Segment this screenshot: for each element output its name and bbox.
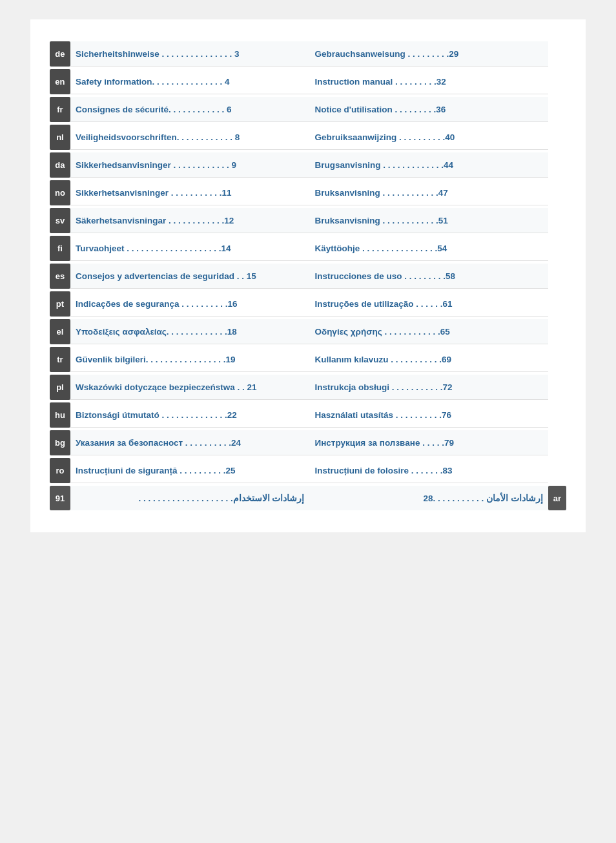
lang-code: tr xyxy=(50,347,70,372)
lang-code: ro xyxy=(50,458,70,483)
lang-code: de xyxy=(50,41,70,67)
table-row: bg Указания за безопасност . . . . . . .… xyxy=(50,430,566,455)
entry-left: Güvenlik bilgileri. . . . . . . . . . . … xyxy=(70,347,310,372)
entry-text: Instruções de utilização . . . . . .61 xyxy=(314,299,452,309)
lang-code: fi xyxy=(50,236,70,261)
table-row: pt Indicações de segurança . . . . . . .… xyxy=(50,291,566,317)
entry-text: Safety information. . . . . . . . . . . … xyxy=(76,77,230,87)
lang-code: pt xyxy=(50,291,70,317)
entry-text: Instruction manual . . . . . . . . .32 xyxy=(314,77,446,87)
entry-left: Consignes de sécurité. . . . . . . . . .… xyxy=(70,97,310,122)
entry-left: Sikkerhetsanvisninger . . . . . . . . . … xyxy=(70,180,310,205)
entry-text: Használati utasítás . . . . . . . . . .7… xyxy=(314,410,451,420)
entry-text: Υποδείξεις ασφαλείας. . . . . . . . . . … xyxy=(76,327,237,337)
table-row: sv Säkerhetsanvisningar . . . . . . . . … xyxy=(50,208,566,233)
entry-right: Инструкция за ползване . . . . .79 xyxy=(309,430,548,455)
entry-left: Consejos y advertencias de seguridad . .… xyxy=(70,264,310,289)
entry-right: Instrukcja obsługi . . . . . . . . . . .… xyxy=(309,375,548,400)
entry-right: Bruksanvisning . . . . . . . . . . . .47 xyxy=(309,180,548,205)
entry-right: إرشادات الأمان . . . . . . . . . . .28 xyxy=(309,486,548,510)
entry-left: Sikkerhedsanvisninger . . . . . . . . . … xyxy=(70,152,310,178)
toc-table: de Sicherheitshinweise . . . . . . . . .… xyxy=(50,39,566,513)
entry-right: Kullanım kılavuzu . . . . . . . . . . .6… xyxy=(309,347,548,372)
lang-code: en xyxy=(50,69,70,94)
lang-code: da xyxy=(50,152,70,178)
table-row: es Consejos y advertencias de seguridad … xyxy=(50,264,566,289)
entry-right: Instruction manual . . . . . . . . .32 xyxy=(309,69,548,94)
entry-left: Instrucțiuni de siguranță . . . . . . . … xyxy=(70,458,310,483)
entry-left: Veiligheidsvoorschriften. . . . . . . . … xyxy=(70,125,310,150)
entry-text: إرشادات الأمان . . . . . . . . . . .28 xyxy=(423,494,542,503)
lang-code: ar xyxy=(548,486,566,510)
entry-text: Указания за безопасност . . . . . . . . … xyxy=(76,438,241,448)
table-row: en Safety information. . . . . . . . . .… xyxy=(50,69,566,94)
entry-text: Veiligheidsvoorschriften. . . . . . . . … xyxy=(76,132,240,142)
entry-text: Wskazówki dotyczące bezpieczeństwa . . 2… xyxy=(76,382,257,392)
entry-text: Gebruiksaanwijzing . . . . . . . . . .40 xyxy=(314,132,455,142)
entry-text: Инструкция за ползване . . . . .79 xyxy=(314,438,454,448)
table-row: tr Güvenlik bilgileri. . . . . . . . . .… xyxy=(50,347,566,372)
table-row: de Sicherheitshinweise . . . . . . . . .… xyxy=(50,41,566,67)
entry-text: Gebrauchsanweisung . . . . . . . . .29 xyxy=(314,49,458,59)
entry-left: Indicações de segurança . . . . . . . . … xyxy=(70,291,310,317)
lang-cell: 91 xyxy=(50,486,70,510)
entry-left: Turvaohjeet . . . . . . . . . . . . . . … xyxy=(70,236,310,261)
lang-code: sv xyxy=(50,208,70,233)
entry-text: Käyttöohje . . . . . . . . . . . . . . .… xyxy=(314,244,447,253)
entry-text: Sikkerhetsanvisninger . . . . . . . . . … xyxy=(76,188,232,198)
entry-text: Brugsanvisning . . . . . . . . . . . . .… xyxy=(314,160,453,170)
entry-right: Gebruiksaanwijzing . . . . . . . . . .40 xyxy=(309,125,548,150)
page: de Sicherheitshinweise . . . . . . . . .… xyxy=(30,19,586,532)
entry-right: Käyttöohje . . . . . . . . . . . . . . .… xyxy=(309,236,548,261)
table-row: da Sikkerhedsanvisninger . . . . . . . .… xyxy=(50,152,566,178)
entry-text: Instrucciones de uso . . . . . . . . .58 xyxy=(314,271,455,281)
entry-text: Turvaohjeet . . . . . . . . . . . . . . … xyxy=(76,244,231,253)
table-row: ro Instrucțiuni de siguranță . . . . . .… xyxy=(50,458,566,483)
table-row: el Υποδείξεις ασφαλείας. . . . . . . . .… xyxy=(50,319,566,344)
entry-right: Notice d'utilisation . . . . . . . . .36 xyxy=(309,97,548,122)
lang-code: no xyxy=(50,180,70,205)
table-row: 91 إرشادات الاستخدام. . . . . . . . . . … xyxy=(50,486,566,510)
entry-left: Wskazówki dotyczące bezpieczeństwa . . 2… xyxy=(70,375,310,400)
entry-right: Οδηγίες χρήσης . . . . . . . . . . . .65 xyxy=(309,319,548,344)
table-row: no Sikkerhetsanvisninger . . . . . . . .… xyxy=(50,180,566,205)
entry-text: Biztonsági útmutató . . . . . . . . . . … xyxy=(76,410,237,420)
entry-left: إرشادات الاستخدام. . . . . . . . . . . .… xyxy=(70,486,310,510)
entry-left: Sicherheitshinweise . . . . . . . . . . … xyxy=(70,41,310,67)
entry-text: Indicações de segurança . . . . . . . . … xyxy=(76,299,238,309)
entry-right: Instrucciones de uso . . . . . . . . .58 xyxy=(309,264,548,289)
table-row: fi Turvaohjeet . . . . . . . . . . . . .… xyxy=(50,236,566,261)
entry-text: Sicherheitshinweise . . . . . . . . . . … xyxy=(76,49,240,59)
entry-right: Brugsanvisning . . . . . . . . . . . . .… xyxy=(309,152,548,178)
entry-text: إرشادات الاستخدام. . . . . . . . . . . .… xyxy=(138,494,304,503)
entry-text: Instrucțiuni de folosire . . . . . . .83 xyxy=(314,466,452,475)
entry-right: Instruções de utilização . . . . . .61 xyxy=(309,291,548,317)
entry-text: Οδηγίες χρήσης . . . . . . . . . . . .65 xyxy=(314,327,449,337)
lang-code: fr xyxy=(50,97,70,122)
lang-code: hu xyxy=(50,402,70,428)
entry-text: Notice d'utilisation . . . . . . . . .36 xyxy=(314,105,446,114)
entry-text: Instrukcja obsługi . . . . . . . . . . .… xyxy=(314,382,452,392)
entry-left: Υποδείξεις ασφαλείας. . . . . . . . . . … xyxy=(70,319,310,344)
entry-right: Bruksanvisning . . . . . . . . . . . .51 xyxy=(309,208,548,233)
lang-code: nl xyxy=(50,125,70,150)
entry-left: Säkerhetsanvisningar . . . . . . . . . .… xyxy=(70,208,310,233)
entry-left: Biztonsági útmutató . . . . . . . . . . … xyxy=(70,402,310,428)
entry-text: Güvenlik bilgileri. . . . . . . . . . . … xyxy=(76,355,236,364)
lang-code: bg xyxy=(50,430,70,455)
entry-text: Säkerhetsanvisningar . . . . . . . . . .… xyxy=(76,216,234,225)
entry-text: Instrucțiuni de siguranță . . . . . . . … xyxy=(76,466,236,475)
entry-text: Sikkerhedsanvisninger . . . . . . . . . … xyxy=(76,160,236,170)
entry-right: Instrucțiuni de folosire . . . . . . .83 xyxy=(309,458,548,483)
lang-code: pl xyxy=(50,375,70,400)
lang-code: es xyxy=(50,264,70,289)
entry-text: Consejos y advertencias de seguridad . .… xyxy=(76,271,256,281)
entry-left: Safety information. . . . . . . . . . . … xyxy=(70,69,310,94)
entry-text: Bruksanvisning . . . . . . . . . . . .47 xyxy=(314,188,447,198)
entry-left: Указания за безопасност . . . . . . . . … xyxy=(70,430,310,455)
table-row: nl Veiligheidsvoorschriften. . . . . . .… xyxy=(50,125,566,150)
entry-text: Bruksanvisning . . . . . . . . . . . .51 xyxy=(314,216,447,225)
entry-right: Gebrauchsanweisung . . . . . . . . .29 xyxy=(309,41,548,67)
entry-text: Kullanım kılavuzu . . . . . . . . . . .6… xyxy=(314,355,451,364)
entry-right: Használati utasítás . . . . . . . . . .7… xyxy=(309,402,548,428)
